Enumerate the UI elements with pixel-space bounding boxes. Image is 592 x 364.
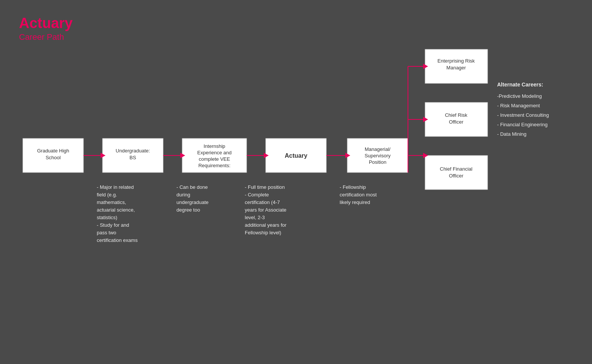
undergrad-desc4: actuarial science, <box>97 207 135 213</box>
internship-label1: Internship <box>203 143 225 149</box>
diagram-svg: Graduate High School Undergraduate: BS I… <box>0 0 592 364</box>
intern-desc2: during <box>176 192 190 198</box>
undergrad-desc2: field (e.g. <box>97 192 117 198</box>
actuary-desc1: - Full time position <box>245 184 285 190</box>
chief-risk-label1: Chief Risk <box>445 112 468 118</box>
undergrad-desc6: - Study for and <box>97 222 129 228</box>
alt-careers-title: Alternate Careers: <box>497 82 543 88</box>
internship-label4: Requirements: <box>198 163 231 168</box>
managerial-desc2: certification most <box>340 192 377 198</box>
actuary-desc3: certification (4-7 <box>245 199 280 205</box>
alt-item4: - Financial Engineering <box>497 122 548 127</box>
actuary-desc2: - Complete <box>245 192 269 198</box>
graduate-label: Graduate High <box>37 148 69 154</box>
undergrad-desc8: certification exams <box>97 237 138 243</box>
managerial-desc1: - Fellowship <box>340 184 366 190</box>
managerial-label3: Position <box>369 159 386 165</box>
graduate-label2: School <box>46 155 61 160</box>
alt-item2: - Risk Management <box>497 103 540 108</box>
alt-item3: - Investment Consulting <box>497 112 549 118</box>
undergrad-desc7: pass two <box>97 230 116 235</box>
undergrad-desc3: mathematics, <box>97 199 126 205</box>
internship-label3: complete VEE <box>199 156 230 162</box>
enterprising-label2: Manager <box>446 65 466 71</box>
managerial-desc3: likely required <box>340 199 370 205</box>
managerial-label1: Managerial/ <box>365 146 390 152</box>
managerial-label2: Supervisory <box>365 153 391 158</box>
chief-risk-label2: Officer <box>449 119 464 125</box>
chief-financial-label2: Officer <box>449 173 464 179</box>
chief-financial-label1: Chief Financial <box>440 166 472 172</box>
intern-desc4: degree too <box>176 207 200 213</box>
intern-desc3: undergraduate <box>176 199 209 205</box>
undergraduate-label: Undergraduate: <box>116 148 150 154</box>
actuary-desc7: Fellowship level) <box>245 230 281 235</box>
undergrad-desc1: - Major in related <box>97 184 134 190</box>
alt-item1: -Predictive Modeling <box>497 93 542 99</box>
alt-item5: - Data Mining <box>497 131 526 137</box>
internship-label2: Experience and <box>197 150 231 155</box>
actuary-desc4: years for Associate <box>245 207 287 213</box>
undergrad-desc5: statistics) <box>97 215 117 220</box>
actuary-desc6: additional years for <box>245 222 287 228</box>
actuary-desc5: level, 2-3 <box>245 215 265 220</box>
intern-desc1: - Can be done <box>176 184 208 190</box>
enterprising-label1: Enterprising Risk <box>438 58 475 64</box>
undergraduate-label2: BS <box>129 155 136 160</box>
actuary-label: Actuary <box>285 152 307 159</box>
chief-financial-box <box>425 155 488 190</box>
